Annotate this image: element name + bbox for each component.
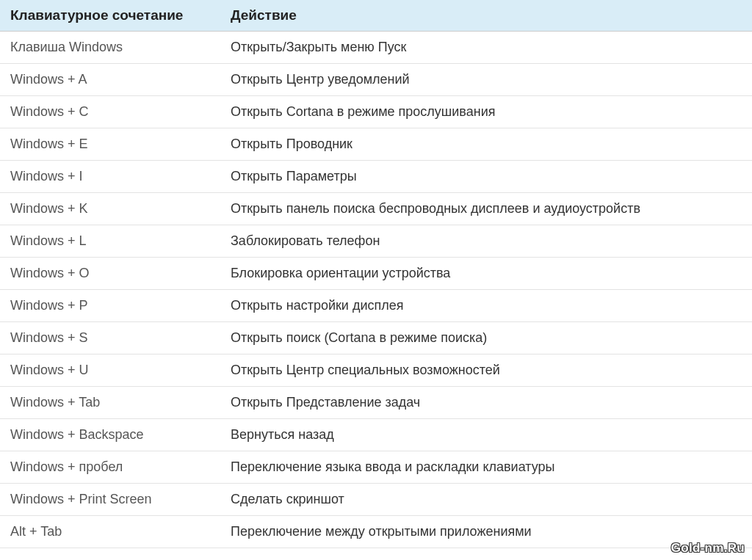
- cell-action: Открыть Центр уведомлений: [220, 64, 752, 96]
- shortcuts-table-container: Клавиатурное сочетание Действие Клавиша …: [0, 0, 752, 548]
- cell-action: Заблокировать телефон: [220, 225, 752, 258]
- table-row: Windows + A Открыть Центр уведомлений: [0, 64, 752, 96]
- cell-action: Открыть Cortana в режиме прослушивания: [220, 96, 752, 128]
- cell-shortcut: Windows + Backspace: [0, 419, 220, 451]
- cell-action: Открыть Представление задач: [220, 387, 752, 419]
- cell-shortcut: Windows + P: [0, 290, 220, 322]
- cell-shortcut: Windows + Tab: [0, 387, 220, 419]
- cell-action: Открыть Центр специальных возможностей: [220, 354, 752, 387]
- table-row: Windows + K Открыть панель поиска беспро…: [0, 193, 752, 225]
- cell-action: Сделать скриншот: [220, 484, 752, 516]
- cell-shortcut: Alt + Tab: [0, 516, 220, 548]
- cell-shortcut: Клавиша Windows: [0, 32, 220, 64]
- table-row: Windows + Print Screen Сделать скриншот: [0, 484, 752, 516]
- table-row: Windows + пробел Переключение языка ввод…: [0, 451, 752, 484]
- table-row: Windows + E Открыть Проводник: [0, 128, 752, 161]
- table-row: Windows + U Открыть Центр специальных во…: [0, 354, 752, 387]
- cell-shortcut: Windows + Print Screen: [0, 484, 220, 516]
- header-action: Действие: [220, 0, 752, 32]
- cell-shortcut: Windows + E: [0, 128, 220, 161]
- cell-action: Открыть Параметры: [220, 161, 752, 193]
- table-row: Windows + C Открыть Cortana в режиме про…: [0, 96, 752, 128]
- cell-action: Открыть настройки дисплея: [220, 290, 752, 322]
- cell-shortcut: Windows + O: [0, 258, 220, 290]
- table-row: Windows + L Заблокировать телефон: [0, 225, 752, 258]
- cell-shortcut: Windows + S: [0, 322, 220, 354]
- table-row: Windows + P Открыть настройки дисплея: [0, 290, 752, 322]
- table-body: Клавиша Windows Открыть/Закрыть меню Пус…: [0, 32, 752, 548]
- table-row: Windows + S Открыть поиск (Cortana в реж…: [0, 322, 752, 354]
- shortcuts-table: Клавиатурное сочетание Действие Клавиша …: [0, 0, 752, 548]
- cell-shortcut: Windows + K: [0, 193, 220, 225]
- cell-shortcut: Windows + L: [0, 225, 220, 258]
- cell-action: Открыть/Закрыть меню Пуск: [220, 32, 752, 64]
- cell-action: Открыть панель поиска беспроводных диспл…: [220, 193, 752, 225]
- table-row: Alt + Tab Переключение между открытыми п…: [0, 516, 752, 548]
- watermark-text: Gold-nm.Ru: [671, 541, 745, 556]
- table-row: Windows + I Открыть Параметры: [0, 161, 752, 193]
- cell-shortcut: Windows + C: [0, 96, 220, 128]
- table-header-row: Клавиатурное сочетание Действие: [0, 0, 752, 32]
- table-row: Клавиша Windows Открыть/Закрыть меню Пус…: [0, 32, 752, 64]
- table-row: Windows + Tab Открыть Представление зада…: [0, 387, 752, 419]
- cell-action: Переключение языка ввода и раскладки кла…: [220, 451, 752, 484]
- table-row: Windows + Backspace Вернуться назад: [0, 419, 752, 451]
- cell-shortcut: Windows + пробел: [0, 451, 220, 484]
- cell-action: Открыть Проводник: [220, 128, 752, 161]
- cell-shortcut: Windows + I: [0, 161, 220, 193]
- cell-shortcut: Windows + U: [0, 354, 220, 387]
- cell-shortcut: Windows + A: [0, 64, 220, 96]
- cell-action: Открыть поиск (Cortana в режиме поиска): [220, 322, 752, 354]
- cell-action: Вернуться назад: [220, 419, 752, 451]
- table-row: Windows + O Блокировка ориентации устрой…: [0, 258, 752, 290]
- header-shortcut: Клавиатурное сочетание: [0, 0, 220, 32]
- cell-action: Блокировка ориентации устройства: [220, 258, 752, 290]
